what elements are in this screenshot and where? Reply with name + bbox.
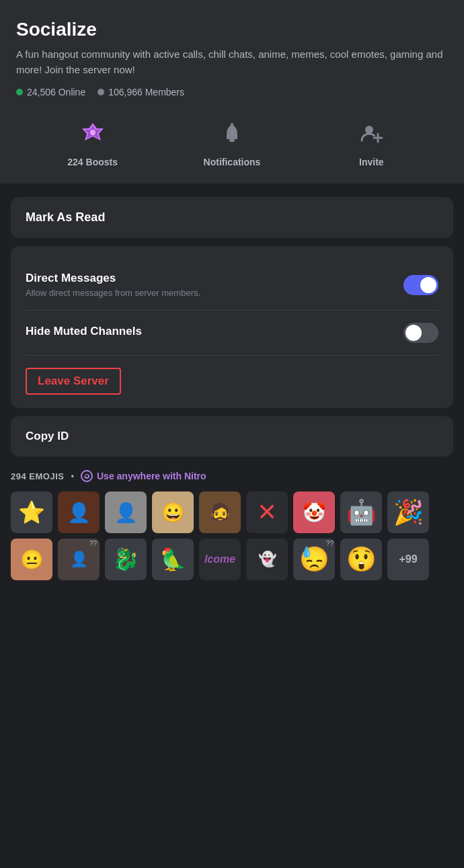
- emoji-more: +99: [387, 539, 429, 580]
- mark-as-read-card[interactable]: Mark As Read: [11, 197, 453, 238]
- boosts-label: 224 Boosts: [67, 157, 118, 167]
- emoji-face7: 👤 ??: [58, 539, 100, 580]
- server-header: Socialize A fun hangout community with a…: [0, 0, 464, 184]
- copy-id-card[interactable]: Copy ID: [11, 416, 453, 457]
- svg-point-9: [85, 475, 88, 477]
- mark-as-read-label[interactable]: Mark As Read: [26, 210, 105, 224]
- leave-server-button[interactable]: Leave Server: [26, 368, 121, 395]
- emoji-star: ⭐: [11, 491, 52, 533]
- svg-rect-4: [231, 123, 233, 126]
- direct-messages-title: Direct Messages: [26, 272, 403, 285]
- settings-card: Direct Messages Allow direct messages fr…: [11, 246, 453, 408]
- emoji-row-1: ⭐ 👤 👤 😀 🧔 ✕ 🤡 🤖 🎉: [11, 491, 453, 533]
- members-stat: 106,966 Members: [98, 87, 184, 97]
- emoji-sweat: 😓 ??: [293, 539, 335, 580]
- online-count: 24,506 Online: [27, 87, 85, 97]
- emoji-ghost: 👻: [246, 539, 288, 580]
- emoji-face1: 👤: [58, 491, 100, 533]
- hide-muted-channels-row: Hide Muted Channels: [26, 310, 438, 355]
- emoji-dragon: 🐉: [105, 539, 147, 580]
- invite-action[interactable]: Invite: [338, 116, 405, 167]
- nitro-link[interactable]: Use anywhere with Nitro: [81, 470, 206, 482]
- toggle-knob-2: [405, 325, 422, 341]
- direct-messages-info: Direct Messages Allow direct messages fr…: [26, 272, 403, 298]
- emoji-face6: 😐: [11, 539, 52, 580]
- online-stat: 24,506 Online: [16, 87, 85, 97]
- action-row: 224 Boosts Notifications: [16, 116, 448, 167]
- emoji-x: ✕: [246, 491, 288, 533]
- emoji-face4: 🧔: [199, 491, 241, 533]
- server-title: Socialize: [16, 19, 448, 40]
- boosts-action[interactable]: 224 Boosts: [59, 116, 126, 167]
- emoji-bird: 🦜: [152, 539, 194, 580]
- bell-icon-container: [215, 116, 249, 151]
- direct-messages-desc: Allow direct messages from server member…: [26, 288, 403, 298]
- hide-muted-channels-toggle[interactable]: [403, 323, 438, 343]
- emojis-separator: •: [71, 471, 74, 481]
- hide-muted-channels-info: Hide Muted Channels: [26, 325, 403, 341]
- invite-icon: [359, 122, 383, 146]
- emoji-face2: 👤: [105, 491, 147, 533]
- content-area: Mark As Read Direct Messages Allow direc…: [0, 184, 464, 470]
- members-dot: [98, 89, 104, 95]
- notifications-label: Notifications: [204, 157, 261, 167]
- members-count: 106,966 Members: [108, 87, 184, 97]
- svg-rect-3: [229, 139, 235, 142]
- nitro-label: Use anywhere with Nitro: [97, 471, 206, 481]
- emojis-header: 294 EMOJIS • Use anywhere with Nitro: [11, 470, 453, 482]
- invite-label: Invite: [359, 157, 384, 167]
- boost-icon-container: [75, 116, 110, 151]
- emoji-grid: ⭐ 👤 👤 😀 🧔 ✕ 🤡 🤖 🎉 😐 👤 ?? 🐉 🦜 lcome 👻 😓 ?…: [11, 491, 453, 580]
- emoji-robot: 🤖: [340, 491, 382, 533]
- invite-icon-container: [354, 116, 389, 151]
- emoji-face5: 🤡: [293, 491, 335, 533]
- emoji-welcome: lcome: [199, 539, 241, 580]
- bell-icon: [220, 122, 244, 146]
- nitro-icon: [81, 470, 93, 482]
- server-description: A fun hangout community with active call…: [16, 47, 448, 77]
- leave-server-row: Leave Server: [26, 355, 438, 395]
- svg-point-5: [365, 126, 373, 134]
- emojis-section: 294 EMOJIS • Use anywhere with Nitro ⭐ 👤…: [0, 470, 464, 594]
- emojis-count: 294 EMOJIS: [11, 471, 64, 481]
- emoji-party: 🎉: [387, 491, 429, 533]
- emoji-surprised: 😲: [340, 539, 382, 580]
- direct-messages-row: Direct Messages Allow direct messages fr…: [26, 260, 438, 310]
- boost-icon: [81, 122, 105, 146]
- emoji-row-2: 😐 👤 ?? 🐉 🦜 lcome 👻 😓 ?? 😲 +99: [11, 539, 453, 580]
- svg-point-2: [90, 130, 95, 135]
- online-dot: [16, 89, 23, 95]
- emoji-face3: 😀: [152, 491, 194, 533]
- notifications-action[interactable]: Notifications: [198, 116, 266, 167]
- direct-messages-toggle[interactable]: [403, 275, 438, 295]
- hide-muted-channels-title: Hide Muted Channels: [26, 325, 403, 338]
- toggle-knob: [420, 277, 436, 293]
- copy-id-label[interactable]: Copy ID: [26, 430, 69, 442]
- server-stats: 24,506 Online 106,966 Members: [16, 87, 448, 97]
